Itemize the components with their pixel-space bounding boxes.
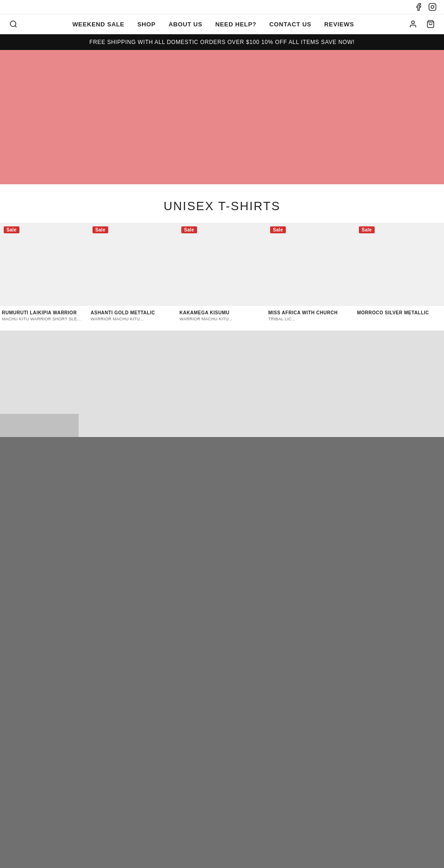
nav-right-icons (409, 20, 435, 28)
svg-point-2 (434, 5, 435, 6)
sale-badge-2: Sale (181, 226, 197, 233)
nav-center-links: WEEKEND SALE SHOP ABOUT US NEED HELP? CO… (72, 21, 354, 28)
product-name-0: RUMURUTI LAIKIPIA WARRIOR (0, 306, 89, 317)
product-image-3: Sale (266, 223, 355, 306)
product-name-3: MISS AFRICA WITH CHURCH (266, 306, 355, 317)
product-name-4: MORROCO SILVER METALLIC (355, 306, 444, 317)
lower-dark-block (0, 414, 79, 437)
sale-badge-0: Sale (4, 226, 19, 233)
announcement-text: FREE SHIPPING WITH ALL DOMESTIC ORDERS O… (89, 39, 354, 45)
product-sub-2: WARRIOR MACHU KITU... (178, 317, 266, 321)
section-title: UNISEX T-SHIRTS (0, 184, 444, 223)
product-sub-1: WARRIOR MACHU KITU... (89, 317, 178, 321)
nav-link-reviews[interactable]: REVIEWS (324, 21, 354, 28)
product-image-0: Sale (0, 223, 89, 306)
sale-badge-4: Sale (359, 226, 375, 233)
product-image-1: Sale (89, 223, 178, 306)
svg-rect-0 (429, 4, 436, 11)
nav-link-weekend-sale[interactable]: WEEKEND SALE (72, 21, 124, 28)
product-name-1: ASHANTI GOLD METTALIC (89, 306, 178, 317)
nav-link-contact-us[interactable]: CONTACT US (269, 21, 311, 28)
svg-point-1 (431, 6, 434, 8)
product-card-3[interactable]: Sale MISS AFRICA WITH CHURCH TRIBAL LIC.… (266, 223, 355, 321)
svg-point-5 (412, 21, 414, 24)
product-sub-3: TRIBAL LIC... (266, 317, 355, 321)
nav-left (9, 20, 18, 28)
nav-link-about-us[interactable]: ABOUT US (168, 21, 202, 28)
account-icon[interactable] (409, 20, 417, 28)
product-card-1[interactable]: Sale ASHANTI GOLD METTALIC WARRIOR MACHU… (89, 223, 178, 321)
product-name-2: KAKAMEGA KISUMU (178, 306, 266, 317)
top-social-bar (0, 0, 444, 14)
main-nav: WEEKEND SALE SHOP ABOUT US NEED HELP? CO… (0, 14, 444, 34)
product-image-2: Sale (178, 223, 266, 306)
product-card-2[interactable]: Sale KAKAMEGA KISUMU WARRIOR MACHU KITU.… (178, 223, 266, 321)
svg-line-4 (15, 25, 16, 27)
facebook-icon[interactable] (414, 3, 423, 11)
products-section: UNISEX T-SHIRTS Sale RUMURUTI LAIKIPIA W… (0, 184, 444, 331)
hero-image (0, 50, 444, 184)
nav-link-need-help[interactable]: NEED HELP? (215, 21, 256, 28)
sale-badge-1: Sale (92, 226, 108, 233)
dark-section (0, 437, 444, 868)
instagram-icon[interactable] (428, 3, 437, 11)
lower-light-section (0, 331, 444, 437)
product-sub-0: MACHU KITU WARRIOR SHORT SLE... (0, 317, 89, 321)
product-image-4: Sale (355, 223, 444, 306)
announcement-bar: FREE SHIPPING WITH ALL DOMESTIC ORDERS O… (0, 34, 444, 50)
svg-point-3 (10, 21, 16, 26)
product-card-4[interactable]: Sale MORROCO SILVER METALLIC (355, 223, 444, 321)
cart-icon[interactable] (426, 20, 435, 28)
product-card-0[interactable]: Sale RUMURUTI LAIKIPIA WARRIOR MACHU KIT… (0, 223, 89, 321)
sale-badge-3: Sale (270, 226, 286, 233)
nav-link-shop[interactable]: SHOP (137, 21, 155, 28)
search-button[interactable] (9, 20, 18, 28)
products-row: Sale RUMURUTI LAIKIPIA WARRIOR MACHU KIT… (0, 223, 444, 321)
